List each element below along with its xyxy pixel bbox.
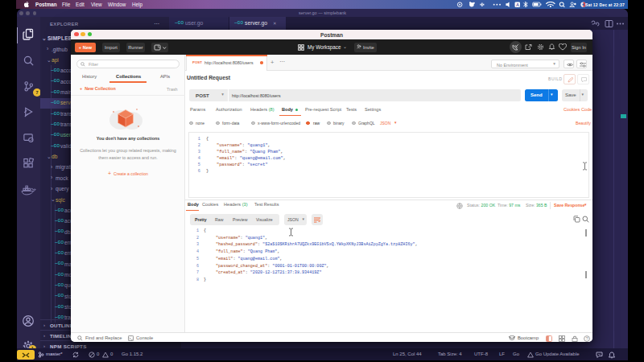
svg-text:?: ? <box>586 335 588 340</box>
svg-text:A: A <box>516 2 519 7</box>
